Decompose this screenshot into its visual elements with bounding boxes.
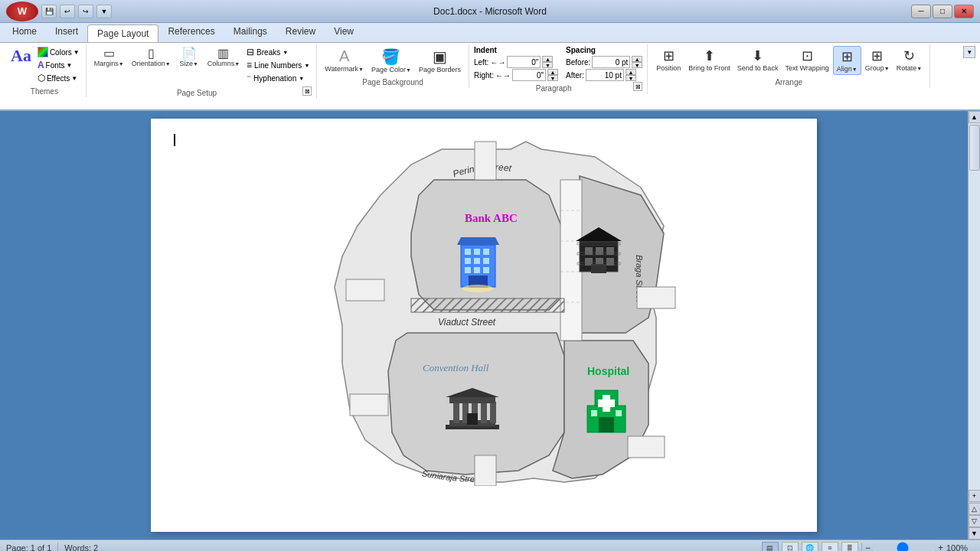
right-spin-down[interactable]: ▼ <box>547 75 558 81</box>
tab-review[interactable]: Review <box>276 23 325 42</box>
close-button[interactable]: ✕ <box>954 5 974 18</box>
columns-label: Columns▼ <box>207 60 240 67</box>
page-background-content: A Watermark▼ 🪣 Page Color▼ ▣ Page Border… <box>322 46 464 75</box>
bring-to-front-button[interactable]: ⬆ Bring to Front <box>685 46 733 73</box>
svg-rect-39 <box>481 402 487 423</box>
ribbon-options: ▾ <box>962 44 977 60</box>
zoom-in-scroll[interactable]: + <box>969 490 981 502</box>
svg-rect-57 <box>350 394 388 416</box>
zoom-slider[interactable] <box>874 543 935 552</box>
full-screen-button[interactable]: ⊡ <box>782 542 799 552</box>
colors-button[interactable]: Colors ▼ <box>36 46 81 58</box>
line-numbers-button[interactable]: ≡ Line Numbers ▼ <box>244 59 312 71</box>
tab-home[interactable]: Home <box>3 23 46 42</box>
tab-mailings[interactable]: Mailings <box>224 23 276 42</box>
rotate-button[interactable]: ↻ Rotate▼ <box>893 46 925 73</box>
quick-access-redo[interactable]: ↪ <box>78 5 93 18</box>
zoom-minus[interactable]: − <box>865 543 871 552</box>
after-spin-up[interactable]: ▲ <box>626 69 636 75</box>
size-label: Size▼ <box>179 60 198 67</box>
themes-button[interactable]: Aa <box>8 46 34 66</box>
scroll-track[interactable] <box>969 123 980 490</box>
scroll-page-down[interactable]: ▽ <box>969 515 981 527</box>
scroll-extras: + △ ▽ ▼ <box>969 490 981 540</box>
fonts-label: Fonts <box>46 61 65 70</box>
scroll-page-up[interactable]: △ <box>969 503 981 515</box>
tab-insert[interactable]: Insert <box>46 23 87 42</box>
web-layout-button[interactable]: 🌐 <box>802 542 818 552</box>
margins-button[interactable]: ▭ Margins▼ <box>91 46 127 84</box>
hyphenation-icon: ⁻ <box>247 73 251 83</box>
breaks-button[interactable]: ⊟ Breaks ▼ <box>244 46 312 58</box>
print-layout-button[interactable]: ▤ <box>762 542 779 552</box>
quick-access-save[interactable]: 💾 <box>41 5 57 18</box>
tab-view[interactable]: View <box>325 23 363 42</box>
bring-front-icon: ⬆ <box>704 47 715 64</box>
before-label: Before: <box>566 58 590 67</box>
page-background-label: Page Background <box>322 77 464 86</box>
zoom-plus[interactable]: + <box>938 543 943 552</box>
before-input[interactable] <box>592 56 630 68</box>
svg-rect-43 <box>467 413 478 425</box>
ribbon-collapse-button[interactable]: ▾ <box>963 46 975 58</box>
text-wrapping-button[interactable]: ⊡ Text Wrapping <box>782 46 831 73</box>
align-button[interactable]: ⊞ Align▼ <box>833 46 861 75</box>
scroll-thumb[interactable] <box>969 125 980 171</box>
orientation-button[interactable]: ▯ Orientation▼ <box>129 46 174 84</box>
position-button[interactable]: ⊞ Position <box>652 46 684 73</box>
left-spin-up[interactable]: ▲ <box>542 56 553 62</box>
svg-rect-10 <box>465 249 471 255</box>
vertical-scrollbar[interactable]: ▲ + △ ▽ ▼ <box>968 111 980 540</box>
spacing-label: Spacing <box>566 46 642 54</box>
svg-rect-48 <box>599 417 606 432</box>
size-icon: 📄 <box>181 47 197 60</box>
draft-button[interactable]: ≣ <box>841 542 858 552</box>
breaks-label: Breaks <box>256 48 280 57</box>
send-to-back-button[interactable]: ⬇ Send to Back <box>734 46 782 73</box>
page-color-button[interactable]: 🪣 Page Color▼ <box>368 46 414 75</box>
page-info: Page: 1 of 1 <box>6 543 51 552</box>
tab-page-layout[interactable]: Page Layout <box>87 24 158 42</box>
columns-button[interactable]: ▥ Columns▼ <box>204 46 243 84</box>
before-spin-down[interactable]: ▼ <box>632 62 642 68</box>
svg-rect-36 <box>453 402 459 423</box>
quick-access-undo[interactable]: ↩ <box>60 5 75 18</box>
svg-rect-5 <box>411 298 564 312</box>
before-spin-up[interactable]: ▲ <box>632 56 642 62</box>
right-input[interactable] <box>512 69 546 81</box>
group-button[interactable]: ⊞ Group▼ <box>862 46 893 73</box>
page-setup-expander[interactable]: ⊠ <box>302 86 312 96</box>
scroll-down-button[interactable]: ▼ <box>969 527 981 540</box>
outline-button[interactable]: ≡ <box>822 542 838 552</box>
tab-references[interactable]: References <box>158 23 224 42</box>
page-setup-content: ▭ Margins▼ ▯ Orientation▼ 📄 Size▼ ▥ Colu… <box>91 46 312 86</box>
after-input[interactable] <box>586 69 624 81</box>
office-button[interactable]: W <box>6 2 38 21</box>
watermark-icon: A <box>339 47 349 65</box>
page-borders-button[interactable]: ▣ Page Borders <box>416 46 464 75</box>
status-right: ▤ ⊡ 🌐 ≡ ≣ − + 100% <box>762 542 974 552</box>
maximize-button[interactable]: □ <box>933 5 952 18</box>
right-row: Right: ←→ ▲ ▼ <box>474 69 558 81</box>
right-spin-up[interactable]: ▲ <box>547 69 558 75</box>
hyphenation-button[interactable]: ⁻ Hyphenation ▼ <box>244 72 312 84</box>
page-color-icon: 🪣 <box>381 47 400 66</box>
left-spin-down[interactable]: ▼ <box>542 62 553 68</box>
after-spin-down[interactable]: ▼ <box>626 75 636 81</box>
size-button[interactable]: 📄 Size▼ <box>175 46 203 84</box>
left-input[interactable] <box>507 56 541 68</box>
watermark-button[interactable]: A Watermark▼ <box>322 46 367 74</box>
svg-rect-17 <box>474 267 480 273</box>
scroll-up-button[interactable]: ▲ <box>969 111 981 123</box>
quick-access-dropdown[interactable]: ▼ <box>96 5 112 18</box>
fonts-dropdown-arrow: ▼ <box>67 62 73 69</box>
fonts-button[interactable]: A Fonts ▼ <box>36 59 81 71</box>
right-icon: ←→ <box>495 71 511 80</box>
paragraph-content: Indent Left: ←→ ▲ ▼ Right: ← <box>474 46 642 81</box>
ribbon-tabs: Home Insert Page Layout References Maili… <box>0 23 980 42</box>
paragraph-expander[interactable]: ⊠ <box>633 82 642 91</box>
effects-button[interactable]: ⬡ Effects ▼ <box>36 72 81 84</box>
minimize-button[interactable]: ─ <box>911 5 931 18</box>
arrange-content: ⊞ Position ⬆ Bring to Front ⬇ Send to Ba… <box>652 46 925 75</box>
page-setup-top: ▭ Margins▼ ▯ Orientation▼ 📄 Size▼ ▥ Colu… <box>91 46 312 84</box>
